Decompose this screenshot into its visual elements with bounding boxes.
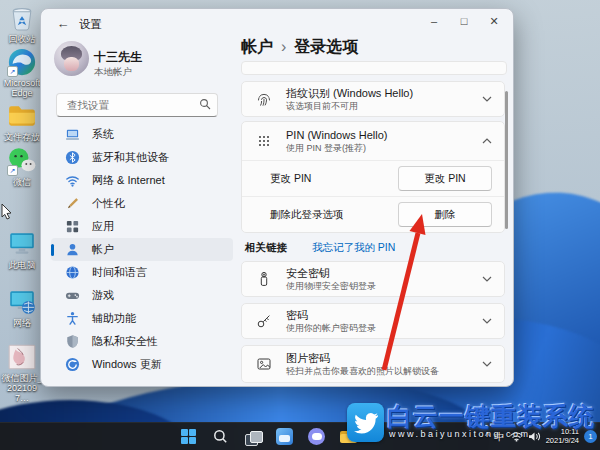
maximize-button[interactable]: □ (449, 9, 479, 33)
scrolled-card-partial (241, 61, 507, 75)
this-pc-icon (7, 229, 37, 259)
sidebar-item-label: 系统 (92, 127, 114, 142)
search-icon (199, 98, 211, 110)
pin-change-label: 更改 PIN (270, 172, 398, 186)
desktop-icon-image-file[interactable]: 微信图片_2021097… (0, 342, 44, 403)
file-explorer-button[interactable] (338, 426, 359, 447)
remove-pin-button[interactable]: 删除 (398, 202, 492, 227)
password-key-icon (256, 313, 272, 329)
wechat-icon: ↗ (7, 146, 37, 176)
desktop-icon-label: Microsoft Edge (0, 78, 44, 98)
system-tray: ^ 中 10:11 2021/9/24 1 (485, 423, 597, 450)
sidebar-item-label: 时间和语言 (92, 265, 147, 280)
start-button[interactable] (178, 426, 199, 447)
sidebar-item-gaming[interactable]: 游戏 (51, 284, 233, 307)
settings-search-box[interactable] (56, 93, 218, 117)
shield-icon (65, 334, 80, 349)
wifi-icon (65, 173, 80, 188)
sidebar-item-privacy-security[interactable]: 隐私和安全性 (51, 330, 233, 353)
sidebar-item-label: 蓝牙和其他设备 (92, 150, 169, 165)
chevron-down-icon[interactable] (482, 318, 492, 324)
sidebar-item-windows-update[interactable]: Windows 更新 (51, 353, 233, 376)
taskbar-search-button[interactable] (210, 426, 231, 447)
volume-tray-icon[interactable] (528, 431, 541, 442)
widgets-button[interactable] (274, 426, 295, 447)
personalization-icon (65, 196, 80, 211)
search-input[interactable] (65, 95, 194, 115)
network-tray-icon[interactable] (510, 431, 523, 442)
sidebar-item-network[interactable]: 网络 & Internet (51, 169, 233, 192)
time-language-icon (65, 265, 80, 280)
taskbar-clock[interactable]: 10:11 2021/9/24 (546, 428, 579, 445)
sidebar-item-bluetooth-devices[interactable]: 蓝牙和其他设备 (51, 146, 233, 169)
sidebar-item-personalization[interactable]: 个性化 (51, 192, 233, 215)
desktop-icon-folder[interactable]: 文件存放 (0, 101, 44, 142)
card-fingerprint[interactable]: 指纹识别 (Windows Hello) 该选项目前不可用 (241, 81, 505, 117)
shortcut-arrow-icon: ↗ (7, 165, 18, 176)
titlebar[interactable]: ← 设置 – □ ✕ (41, 9, 513, 39)
sidebar-item-time-language[interactable]: 时间和语言 (51, 261, 233, 284)
row-subtitle: 轻扫并点击你最喜欢的照片以解锁设备 (286, 366, 482, 377)
apps-icon (65, 219, 80, 234)
gaming-icon (65, 288, 80, 303)
row-subtitle: 使用 PIN 登录(推荐) (286, 143, 482, 154)
sidebar-item-label: 辅助功能 (92, 311, 136, 326)
desktop-icon-recycle-bin[interactable]: 回收站 (0, 3, 44, 44)
minimize-button[interactable]: – (419, 9, 449, 33)
sidebar-item-label: 帐户 (92, 242, 114, 257)
breadcrumb-parent[interactable]: 帐户 (241, 38, 273, 55)
settings-window: ← 设置 – □ ✕ 十三先生 本地帐户 系统 蓝牙和其他设备 网络 & Int… (40, 8, 514, 387)
sidebar-item-system[interactable]: 系统 (51, 123, 233, 146)
desktop-icon-label: 文件存放 (0, 132, 44, 142)
chevron-up-icon[interactable] (482, 138, 492, 144)
desktop-icon-label: 微信 (0, 177, 44, 187)
recycle-bin-icon (7, 3, 37, 33)
row-subtitle: 使用物理安全密钥登录 (286, 281, 482, 292)
card-security-key[interactable]: 安全密钥 使用物理安全密钥登录 (241, 261, 505, 297)
windows-update-icon (65, 357, 80, 372)
back-button[interactable]: ← (53, 14, 73, 34)
sidebar-item-accounts[interactable]: 帐户 (51, 238, 233, 261)
breadcrumb-current: 登录选项 (294, 38, 358, 55)
card-pin[interactable]: PIN (Windows Hello) 使用 PIN 登录(推荐) 更改 PIN… (241, 121, 505, 233)
windows-logo-icon (181, 429, 196, 444)
task-view-button[interactable] (242, 426, 263, 447)
file-explorer-icon (338, 426, 359, 447)
avatar[interactable] (54, 41, 89, 76)
desktop-icon-this-pc[interactable]: 此电脑 (0, 229, 44, 270)
chevron-down-icon[interactable] (482, 276, 492, 282)
vertical-scrollbar[interactable] (505, 91, 508, 229)
forgot-pin-link[interactable]: 我忘记了我的 PIN (312, 241, 395, 253)
card-picture-password[interactable]: 图片密码 轻扫并点击你最喜欢的照片以解锁设备 (241, 345, 505, 383)
desktop-icon-network[interactable]: 网络 (0, 287, 44, 328)
pin-remove-label: 删除此登录选项 (270, 208, 398, 222)
chat-button[interactable] (306, 426, 327, 447)
sidebar-item-apps[interactable]: 应用 (51, 215, 233, 238)
settings-sidebar: 系统 蓝牙和其他设备 网络 & Internet 个性化 应用 帐户 时间和语言 (51, 123, 233, 376)
row-title: PIN (Windows Hello) (286, 129, 482, 142)
card-password[interactable]: 密码 使用你的帐户密码登录 (241, 303, 505, 339)
image-file-icon (7, 342, 37, 372)
row-subtitle: 该选项目前不可用 (286, 101, 482, 112)
chevron-down-icon[interactable] (482, 361, 492, 367)
row-subtitle: 使用你的帐户密码登录 (286, 323, 482, 334)
edge-icon: ↗ (7, 47, 37, 77)
profile-name: 十三先生 (94, 49, 142, 66)
notification-badge[interactable]: 1 (584, 430, 597, 443)
chat-icon (308, 428, 325, 445)
desktop-icon-label: 网络 (0, 318, 44, 328)
chevron-down-icon[interactable] (482, 96, 492, 102)
breadcrumb: 帐户›登录选项 (241, 37, 358, 58)
tray-expand-icon[interactable]: ^ (485, 431, 490, 442)
ime-indicator[interactable]: 中 (495, 430, 505, 444)
network-icon (7, 287, 37, 317)
close-button[interactable]: ✕ (479, 9, 509, 33)
desktop-icon-wechat[interactable]: ↗ 微信 (0, 146, 44, 187)
change-pin-button[interactable]: 更改 PIN (398, 166, 492, 191)
sidebar-item-accessibility[interactable]: 辅助功能 (51, 307, 233, 330)
task-view-icon (242, 428, 263, 446)
sidebar-item-label: 隐私和安全性 (92, 334, 158, 349)
desktop-icon-edge[interactable]: ↗ Microsoft Edge (0, 47, 44, 98)
search-icon (213, 429, 228, 444)
sidebar-item-label: 应用 (92, 219, 114, 234)
